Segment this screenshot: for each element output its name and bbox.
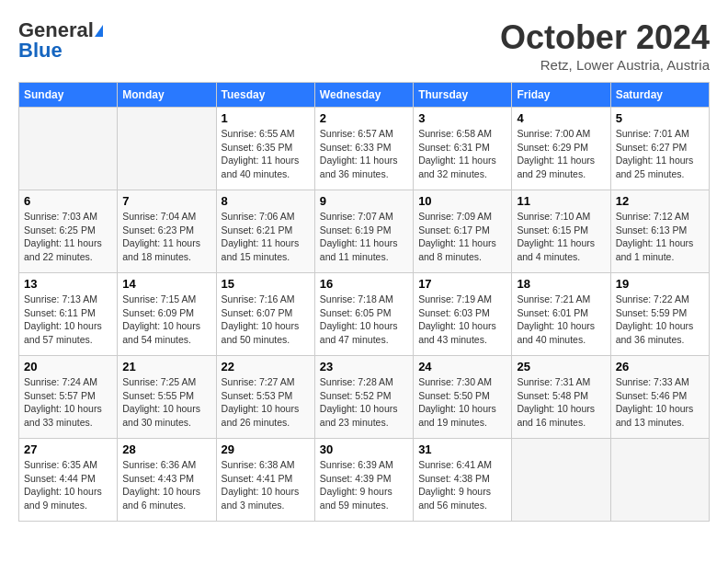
calendar-table: SundayMondayTuesdayWednesdayThursdayFrid… bbox=[18, 82, 710, 522]
day-cell: 3Sunrise: 6:58 AMSunset: 6:31 PMDaylight… bbox=[414, 108, 512, 190]
day-cell: 30Sunrise: 6:39 AMSunset: 4:39 PMDayligh… bbox=[314, 439, 413, 522]
day-cell: 8Sunrise: 7:06 AMSunset: 6:21 PMDaylight… bbox=[216, 190, 314, 273]
column-header-sunday: Sunday bbox=[19, 83, 118, 108]
day-number: 17 bbox=[418, 277, 506, 291]
day-cell: 6Sunrise: 7:03 AMSunset: 6:25 PMDaylight… bbox=[19, 190, 118, 273]
day-number: 21 bbox=[122, 360, 210, 373]
day-number: 6 bbox=[24, 194, 112, 208]
day-cell: 22Sunrise: 7:27 AMSunset: 5:53 PMDayligh… bbox=[216, 356, 314, 439]
day-number: 28 bbox=[122, 442, 210, 456]
day-number: 13 bbox=[24, 277, 112, 291]
day-number: 9 bbox=[320, 194, 408, 208]
column-header-saturday: Saturday bbox=[610, 83, 709, 108]
day-info: Sunrise: 7:19 AMSunset: 6:03 PMDaylight:… bbox=[418, 293, 506, 347]
location: Retz, Lower Austria, Austria bbox=[500, 57, 710, 73]
title-area: October 2024 Retz, Lower Austria, Austri… bbox=[500, 18, 710, 73]
column-header-tuesday: Tuesday bbox=[216, 83, 314, 108]
day-number: 15 bbox=[222, 277, 310, 291]
day-info: Sunrise: 7:18 AMSunset: 6:05 PMDaylight:… bbox=[320, 293, 408, 347]
header: General Blue October 2024 Retz, Lower Au… bbox=[18, 18, 710, 73]
column-header-monday: Monday bbox=[118, 83, 216, 108]
week-row-3: 13Sunrise: 7:13 AMSunset: 6:11 PMDayligh… bbox=[19, 273, 710, 356]
day-cell: 17Sunrise: 7:19 AMSunset: 6:03 PMDayligh… bbox=[414, 273, 512, 356]
day-number: 10 bbox=[418, 194, 506, 208]
day-number: 2 bbox=[320, 111, 408, 125]
day-cell: 12Sunrise: 7:12 AMSunset: 6:13 PMDayligh… bbox=[610, 190, 709, 273]
day-number: 3 bbox=[418, 111, 506, 125]
day-info: Sunrise: 7:28 AMSunset: 5:52 PMDaylight:… bbox=[320, 375, 408, 430]
day-cell: 2Sunrise: 6:57 AMSunset: 6:33 PMDaylight… bbox=[314, 108, 413, 190]
day-info: Sunrise: 7:15 AMSunset: 6:09 PMDaylight:… bbox=[122, 293, 210, 347]
day-info: Sunrise: 7:30 AMSunset: 5:50 PMDaylight:… bbox=[418, 375, 506, 430]
day-cell: 25Sunrise: 7:31 AMSunset: 5:48 PMDayligh… bbox=[512, 356, 610, 439]
day-number: 29 bbox=[222, 442, 310, 456]
day-cell: 26Sunrise: 7:33 AMSunset: 5:46 PMDayligh… bbox=[610, 356, 709, 439]
day-info: Sunrise: 6:57 AMSunset: 6:33 PMDaylight:… bbox=[320, 127, 408, 181]
day-cell: 14Sunrise: 7:15 AMSunset: 6:09 PMDayligh… bbox=[118, 273, 216, 356]
day-number: 18 bbox=[517, 277, 605, 291]
day-number: 23 bbox=[320, 360, 408, 373]
day-info: Sunrise: 7:24 AMSunset: 5:57 PMDaylight:… bbox=[24, 375, 112, 430]
day-number: 31 bbox=[418, 442, 506, 456]
day-info: Sunrise: 7:00 AMSunset: 6:29 PMDaylight:… bbox=[517, 127, 605, 181]
logo-icon bbox=[95, 25, 103, 37]
day-info: Sunrise: 7:04 AMSunset: 6:23 PMDaylight:… bbox=[122, 210, 210, 264]
day-info: Sunrise: 7:01 AMSunset: 6:27 PMDaylight:… bbox=[616, 127, 704, 181]
day-cell: 10Sunrise: 7:09 AMSunset: 6:17 PMDayligh… bbox=[414, 190, 512, 273]
day-number: 20 bbox=[24, 360, 112, 373]
logo: General Blue bbox=[18, 18, 103, 63]
day-info: Sunrise: 7:16 AMSunset: 6:07 PMDaylight:… bbox=[222, 293, 310, 347]
day-info: Sunrise: 6:36 AMSunset: 4:43 PMDaylight:… bbox=[122, 458, 210, 512]
day-info: Sunrise: 7:25 AMSunset: 5:55 PMDaylight:… bbox=[122, 375, 210, 430]
day-info: Sunrise: 7:21 AMSunset: 6:01 PMDaylight:… bbox=[517, 293, 605, 347]
day-number: 12 bbox=[616, 194, 704, 208]
calendar-header-row: SundayMondayTuesdayWednesdayThursdayFrid… bbox=[19, 83, 710, 108]
day-cell: 20Sunrise: 7:24 AMSunset: 5:57 PMDayligh… bbox=[19, 356, 118, 439]
calendar-body: 1Sunrise: 6:55 AMSunset: 6:35 PMDaylight… bbox=[19, 108, 710, 522]
day-cell: 19Sunrise: 7:22 AMSunset: 5:59 PMDayligh… bbox=[610, 273, 709, 356]
day-number: 7 bbox=[122, 194, 210, 208]
day-info: Sunrise: 7:12 AMSunset: 6:13 PMDaylight:… bbox=[616, 210, 704, 264]
day-cell: 4Sunrise: 7:00 AMSunset: 6:29 PMDaylight… bbox=[512, 108, 610, 190]
day-cell: 23Sunrise: 7:28 AMSunset: 5:52 PMDayligh… bbox=[314, 356, 413, 439]
day-info: Sunrise: 7:22 AMSunset: 5:59 PMDaylight:… bbox=[616, 293, 704, 347]
day-info: Sunrise: 6:58 AMSunset: 6:31 PMDaylight:… bbox=[418, 127, 506, 181]
day-cell: 1Sunrise: 6:55 AMSunset: 6:35 PMDaylight… bbox=[216, 108, 314, 190]
day-info: Sunrise: 6:55 AMSunset: 6:35 PMDaylight:… bbox=[222, 127, 310, 181]
day-number: 16 bbox=[320, 277, 408, 291]
month-title: October 2024 bbox=[500, 18, 710, 57]
day-cell: 15Sunrise: 7:16 AMSunset: 6:07 PMDayligh… bbox=[216, 273, 314, 356]
day-info: Sunrise: 7:13 AMSunset: 6:11 PMDaylight:… bbox=[24, 293, 112, 347]
week-row-4: 20Sunrise: 7:24 AMSunset: 5:57 PMDayligh… bbox=[19, 356, 710, 439]
day-info: Sunrise: 6:39 AMSunset: 4:39 PMDaylight:… bbox=[320, 458, 408, 512]
day-cell: 13Sunrise: 7:13 AMSunset: 6:11 PMDayligh… bbox=[19, 273, 118, 356]
column-header-thursday: Thursday bbox=[414, 83, 512, 108]
day-number: 1 bbox=[222, 111, 310, 125]
day-number: 26 bbox=[616, 360, 704, 373]
day-cell: 31Sunrise: 6:41 AMSunset: 4:38 PMDayligh… bbox=[414, 439, 512, 522]
day-cell: 5Sunrise: 7:01 AMSunset: 6:27 PMDaylight… bbox=[610, 108, 709, 190]
column-header-wednesday: Wednesday bbox=[314, 83, 413, 108]
day-cell: 18Sunrise: 7:21 AMSunset: 6:01 PMDayligh… bbox=[512, 273, 610, 356]
day-info: Sunrise: 7:09 AMSunset: 6:17 PMDaylight:… bbox=[418, 210, 506, 264]
day-cell: 29Sunrise: 6:38 AMSunset: 4:41 PMDayligh… bbox=[216, 439, 314, 522]
day-cell: 9Sunrise: 7:07 AMSunset: 6:19 PMDaylight… bbox=[314, 190, 413, 273]
day-number: 11 bbox=[517, 194, 605, 208]
day-info: Sunrise: 7:33 AMSunset: 5:46 PMDaylight:… bbox=[616, 375, 704, 430]
week-row-1: 1Sunrise: 6:55 AMSunset: 6:35 PMDaylight… bbox=[19, 108, 710, 190]
day-cell: 24Sunrise: 7:30 AMSunset: 5:50 PMDayligh… bbox=[414, 356, 512, 439]
day-number: 4 bbox=[517, 111, 605, 125]
day-info: Sunrise: 7:03 AMSunset: 6:25 PMDaylight:… bbox=[24, 210, 112, 264]
day-number: 24 bbox=[418, 360, 506, 373]
day-number: 27 bbox=[24, 442, 112, 456]
day-info: Sunrise: 7:10 AMSunset: 6:15 PMDaylight:… bbox=[517, 210, 605, 264]
day-cell: 16Sunrise: 7:18 AMSunset: 6:05 PMDayligh… bbox=[314, 273, 413, 356]
day-number: 25 bbox=[517, 360, 605, 373]
day-cell: 28Sunrise: 6:36 AMSunset: 4:43 PMDayligh… bbox=[118, 439, 216, 522]
day-cell: 27Sunrise: 6:35 AMSunset: 4:44 PMDayligh… bbox=[19, 439, 118, 522]
day-number: 8 bbox=[222, 194, 310, 208]
day-cell: 21Sunrise: 7:25 AMSunset: 5:55 PMDayligh… bbox=[118, 356, 216, 439]
day-number: 30 bbox=[320, 442, 408, 456]
day-info: Sunrise: 6:41 AMSunset: 4:38 PMDaylight:… bbox=[418, 458, 506, 512]
day-number: 19 bbox=[616, 277, 704, 291]
